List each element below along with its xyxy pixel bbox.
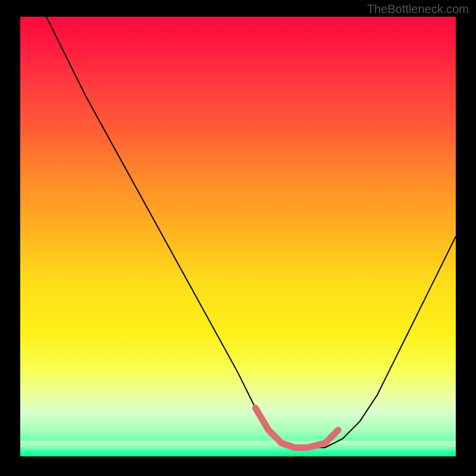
chart-svg <box>20 17 456 456</box>
watermark-text: TheBottleneck.com <box>367 2 469 16</box>
chart-plot-area <box>20 17 456 456</box>
bottleneck-curve <box>46 17 456 447</box>
optimal-range-highlight <box>255 408 338 448</box>
